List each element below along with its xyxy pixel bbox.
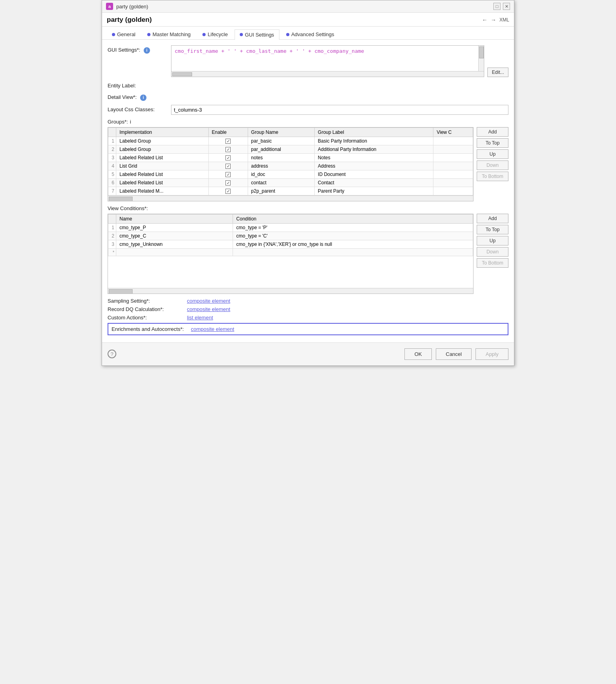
cond-condition-star [233,248,473,256]
table-row[interactable]: 3 cmo_type_Unknown cmo_type in {'XNA','X… [108,240,473,248]
enable-checkbox[interactable] [225,172,231,177]
group-label-cell: ID Document [314,170,433,178]
cond-col-condition: Condition [233,214,473,223]
row-num: 7 [108,187,116,195]
table-row[interactable]: 2 cmo_type_C cmo_type = 'C' [108,232,473,240]
cancel-button[interactable]: Cancel [436,348,472,360]
enable-cell[interactable] [208,170,248,178]
layout-css-input[interactable] [171,105,508,115]
ok-button[interactable]: OK [404,348,432,360]
formula-vscroll[interactable] [478,46,484,71]
footer-bar: ? OK Cancel Apply [102,342,514,365]
row-num: 2 [108,232,116,240]
window-title: party (golden) [116,4,490,10]
tab-master-matching[interactable]: Master Matching [142,29,196,39]
groups-up-button[interactable]: Up [477,149,508,159]
group-name-cell: par_additional [248,145,314,153]
tab-dot-general [112,33,115,36]
groups-to-top-button[interactable]: To Top [477,138,508,148]
table-row[interactable]: 2 Labeled Group par_additional Additiona… [108,145,473,153]
conditions-controls: Add To Top Up Down To Bottom [477,214,508,294]
tab-advanced-settings[interactable]: Advanced Settings [281,29,339,39]
formula-hscroll[interactable] [171,71,484,77]
gui-settings-control: cmo_first_name + ' ' + cmo_last_name + '… [171,45,508,77]
enable-cell[interactable] [208,153,248,162]
row-num: 2 [108,145,116,153]
groups-add-button[interactable]: Add [477,127,508,137]
enable-checkbox[interactable] [225,180,231,185]
groups-to-bottom-button[interactable]: To Bottom [477,172,508,181]
conditions-to-bottom-button[interactable]: To Bottom [477,258,508,268]
nav-back-icon[interactable]: ← [482,17,487,23]
enable-checkbox[interactable] [225,147,231,152]
record-dq-row: Record DQ Calculation*: composite elemen… [108,306,508,312]
footer-right: OK Cancel Apply [404,348,508,360]
table-row[interactable]: 5 Labeled Related List id_doc ID Documen… [108,170,473,178]
enrichments-row: Enrichments and Autocorrects*: composite… [108,323,508,335]
xml-label[interactable]: XML [499,17,509,23]
view-c-cell [433,170,473,178]
apply-button[interactable]: Apply [475,348,508,360]
group-name-cell: id_doc [248,170,314,178]
enable-cell[interactable] [208,162,248,170]
gui-settings-info-icon[interactable]: i [144,47,150,54]
implementation-cell: List Grid [116,162,209,170]
group-label-cell: Parent Party [314,187,433,195]
group-name-cell: notes [248,153,314,162]
tab-lifecycle[interactable]: Lifecycle [197,29,233,39]
groups-table-wrapper: Implementation Enable Group Name Group L… [108,127,474,201]
table-row[interactable]: 3 Labeled Related List notes Notes [108,153,473,162]
tab-dot-lifecycle [202,33,206,36]
enable-cell[interactable] [208,137,248,145]
row-num: 3 [108,240,116,248]
implementation-cell: Labeled Group [116,137,209,145]
tab-gui-settings[interactable]: GUI Settings [235,29,279,40]
conditions-hscroll[interactable] [108,288,473,294]
tab-label-general: General [117,31,135,37]
custom-actions-link[interactable]: list element [187,315,213,321]
tabs-bar: General Master Matching Lifecycle GUI Se… [102,27,514,40]
enable-checkbox[interactable] [225,139,231,144]
cond-col-num [108,214,116,223]
groups-info-icon[interactable]: i [130,119,131,125]
conditions-to-top-button[interactable]: To Top [477,225,508,234]
conditions-add-button[interactable]: Add [477,214,508,223]
enable-checkbox[interactable] [225,164,231,169]
groups-col-enable: Enable [208,128,248,137]
enrichments-link[interactable]: composite element [191,326,234,332]
enable-cell[interactable] [208,187,248,195]
gui-settings-formula-box[interactable]: cmo_first_name + ' ' + cmo_last_name + '… [171,45,484,77]
detail-view-label: Detail View*: i [108,93,171,101]
conditions-down-button[interactable]: Down [477,247,508,257]
enable-cell[interactable] [208,145,248,153]
close-button[interactable]: ✕ [503,3,510,10]
help-button[interactable]: ? [108,350,116,358]
nav-forward-icon[interactable]: → [491,17,496,23]
table-row[interactable]: 4 List Grid address Address [108,162,473,170]
groups-hscroll[interactable] [108,195,473,201]
record-dq-label: Record DQ Calculation*: [108,306,187,312]
table-row[interactable]: 1 Labeled Group par_basic Basic Party In… [108,137,473,145]
cond-condition-cell: cmo_type = 'C' [233,232,473,240]
enable-checkbox[interactable] [225,189,231,194]
sampling-link[interactable]: composite element [187,298,230,304]
record-dq-link[interactable]: composite element [187,306,230,312]
table-row[interactable]: 1 cmo_type_P cmo_type = 'P' [108,223,473,232]
conditions-table: Name Condition 1 cmo_type_P cmo_type = '… [108,214,473,256]
group-name-cell: address [248,162,314,170]
minimize-button[interactable]: □ [493,3,500,10]
view-conditions-section-label: View Conditions*: [108,205,508,211]
table-row[interactable]: 6 Labeled Related List contact Contact [108,178,473,187]
enable-cell[interactable] [208,178,248,187]
enable-checkbox[interactable] [225,155,231,160]
detail-view-info-icon[interactable]: i [140,95,146,101]
tab-general[interactable]: General [107,29,141,39]
table-row-star[interactable]: * [108,248,473,256]
view-c-cell [433,153,473,162]
tab-dot-advanced-settings [286,33,289,36]
formula-vscroll-thumb [479,46,484,58]
table-row[interactable]: 7 Labeled Related M... p2p_parent Parent… [108,187,473,195]
conditions-up-button[interactable]: Up [477,236,508,245]
edit-button[interactable]: Edit... [487,68,508,77]
groups-down-button[interactable]: Down [477,160,508,170]
